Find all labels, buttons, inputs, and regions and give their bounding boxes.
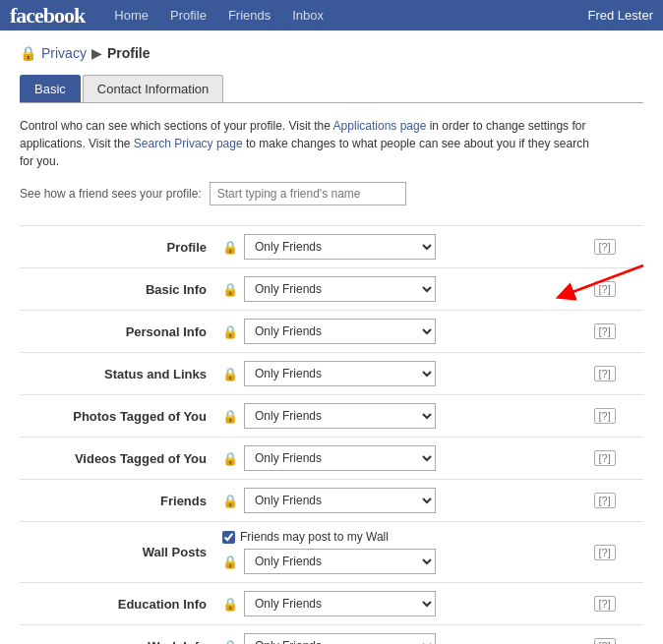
table-row: Work Info 🔒 Everyone Friends of Friends …	[20, 625, 643, 645]
table-row: Status and Links 🔒 Everyone Friends of F…	[20, 353, 643, 395]
table-row-wall-posts: Wall Posts Friends may post to my Wall 🔒…	[20, 522, 643, 583]
setting-label-status-links: Status and Links	[20, 353, 216, 395]
nav-inbox[interactable]: Inbox	[282, 3, 333, 28]
help-cell-wall-posts: [?]	[588, 522, 643, 583]
help-badge-personal-info[interactable]: [?]	[594, 323, 616, 339]
help-badge-friends[interactable]: [?]	[594, 493, 616, 508]
lock-icon-education-info: 🔒	[222, 597, 238, 612]
privacy-select-profile[interactable]: Everyone Friends of Friends Only Friends…	[244, 234, 436, 260]
help-badge-photos-tagged[interactable]: [?]	[594, 408, 616, 424]
privacy-select-photos-tagged[interactable]: Everyone Friends of Friends Only Friends…	[244, 403, 436, 429]
setting-label-personal-info: Personal Info	[20, 311, 216, 353]
tabs: Basic Contact Information	[20, 75, 643, 103]
help-cell-videos-tagged: [?]	[588, 438, 643, 480]
table-row: Personal Info 🔒 Everyone Friends of Frie…	[20, 311, 643, 353]
settings-table: Profile 🔒 Everyone Friends of Friends On…	[20, 225, 643, 644]
lock-icon-personal-info: 🔒	[222, 324, 238, 339]
lock-icon-basic-info: 🔒	[222, 282, 238, 297]
privacy-select-work-info[interactable]: Everyone Friends of Friends Only Friends…	[244, 633, 436, 644]
setting-control-basic-info: 🔒 Everyone Friends of Friends Only Frien…	[216, 268, 588, 310]
tabs-container: Basic Contact Information	[20, 75, 643, 103]
setting-label-wall-posts: Wall Posts	[20, 522, 216, 583]
search-privacy-link[interactable]: Search Privacy page	[134, 137, 243, 150]
help-badge-status-links[interactable]: [?]	[594, 366, 616, 381]
lock-icon-profile: 🔒	[222, 240, 238, 255]
friend-preview-label: See how a friend sees your profile:	[20, 187, 202, 201]
description-text: Control who can see which sections of yo…	[20, 117, 590, 170]
help-cell-work-info: [?]	[588, 625, 643, 645]
setting-control-personal-info: 🔒 Everyone Friends of Friends Only Frien…	[216, 311, 588, 352]
wall-posts-checkbox[interactable]	[222, 531, 235, 544]
privacy-link[interactable]: Privacy	[41, 45, 87, 61]
setting-label-education-info: Education Info	[20, 583, 216, 625]
help-cell-personal-info: [?]	[588, 311, 643, 353]
setting-control-photos-tagged: 🔒 Everyone Friends of Friends Only Frien…	[216, 395, 588, 437]
help-badge-education-info[interactable]: [?]	[594, 596, 616, 612]
table-row: Friends 🔒 Everyone Friends of Friends On…	[20, 480, 643, 522]
privacy-select-basic-info[interactable]: Everyone Friends of Friends Only Friends…	[244, 276, 436, 302]
privacy-select-education-info[interactable]: Everyone Friends of Friends Only Friends…	[244, 591, 436, 616]
nav-home[interactable]: Home	[104, 3, 158, 28]
setting-label-work-info: Work Info	[20, 625, 216, 645]
setting-control-status-links: 🔒 Everyone Friends of Friends Only Frien…	[216, 353, 588, 394]
help-badge-work-info[interactable]: [?]	[594, 638, 616, 644]
lock-icon-videos-tagged: 🔒	[222, 451, 238, 466]
lock-icon-wall-posts: 🔒	[222, 555, 238, 569]
privacy-select-videos-tagged[interactable]: Everyone Friends of Friends Only Friends…	[244, 445, 436, 471]
friend-preview-input[interactable]	[210, 182, 406, 205]
help-cell-profile: [?]	[588, 226, 643, 268]
privacy-select-friends[interactable]: Everyone Friends of Friends Only Friends…	[244, 488, 436, 513]
lock-icon: 🔒	[20, 45, 36, 61]
setting-label-friends: Friends	[20, 480, 216, 522]
top-nav: facebook Home Profile Friends Inbox Fred…	[0, 0, 663, 30]
nav-friends[interactable]: Friends	[218, 3, 280, 28]
nav-profile[interactable]: Profile	[160, 3, 216, 28]
setting-control-videos-tagged: 🔒 Everyone Friends of Friends Only Frien…	[216, 438, 588, 479]
help-badge-basic-info[interactable]: [?]	[594, 281, 616, 297]
friend-preview: See how a friend sees your profile:	[20, 182, 643, 205]
tab-basic[interactable]: Basic	[20, 75, 81, 102]
help-badge-videos-tagged[interactable]: [?]	[594, 450, 616, 466]
privacy-select-status-links[interactable]: Everyone Friends of Friends Only Friends…	[244, 361, 436, 386]
page-wrapper: facebook Home Profile Friends Inbox Fred…	[0, 0, 663, 644]
lock-icon-work-info: 🔒	[222, 639, 238, 645]
user-name[interactable]: Fred Lester	[588, 8, 653, 23]
lock-icon-status-links: 🔒	[222, 367, 238, 381]
help-cell-friends: [?]	[588, 480, 643, 522]
table-row: Photos Tagged of You 🔒 Everyone Friends …	[20, 395, 643, 438]
setting-control-profile: 🔒 Everyone Friends of Friends Only Frien…	[216, 226, 588, 267]
applications-page-link[interactable]: Applications page	[333, 119, 427, 133]
help-badge-profile[interactable]: [?]	[594, 239, 616, 255]
main-content: 🔒 Privacy ▶ Profile Basic Contact Inform…	[0, 30, 663, 644]
help-cell-education-info: [?]	[588, 583, 643, 625]
lock-icon-friends: 🔒	[222, 494, 238, 508]
breadcrumb-separator: ▶	[91, 45, 102, 61]
setting-label-basic-info: Basic Info	[20, 268, 216, 311]
setting-control-work-info: 🔒 Everyone Friends of Friends Only Frien…	[216, 625, 588, 644]
setting-control-wall-posts: Friends may post to my Wall 🔒 Everyone F…	[216, 522, 588, 583]
breadcrumb: 🔒 Privacy ▶ Profile	[20, 45, 643, 61]
setting-label-videos-tagged: Videos Tagged of You	[20, 438, 216, 480]
setting-label-photos-tagged: Photos Tagged of You	[20, 395, 216, 438]
setting-control-education-info: 🔒 Everyone Friends of Friends Only Frien…	[216, 583, 588, 624]
breadcrumb-current: Profile	[107, 45, 151, 61]
help-cell-basic-info: [?]	[588, 268, 643, 311]
help-cell-photos-tagged: [?]	[588, 395, 643, 438]
privacy-select-wall-posts[interactable]: Everyone Friends of Friends Only Friends…	[244, 549, 436, 574]
table-row: Basic Info 🔒 Everyone Friends of Friends…	[20, 268, 643, 311]
facebook-logo: facebook	[10, 3, 85, 29]
lock-icon-photos-tagged: 🔒	[222, 409, 238, 424]
table-row: Videos Tagged of You 🔒 Everyone Friends …	[20, 438, 643, 480]
setting-control-friends: 🔒 Everyone Friends of Friends Only Frien…	[216, 480, 588, 521]
table-row: Profile 🔒 Everyone Friends of Friends On…	[20, 226, 643, 268]
setting-label-profile: Profile	[20, 226, 216, 268]
help-badge-wall-posts[interactable]: [?]	[594, 545, 616, 560]
table-row: Education Info 🔒 Everyone Friends of Fri…	[20, 583, 643, 625]
tab-contact[interactable]: Contact Information	[83, 75, 223, 102]
help-cell-status-links: [?]	[588, 353, 643, 395]
privacy-select-personal-info[interactable]: Everyone Friends of Friends Only Friends…	[244, 319, 436, 344]
wall-posts-checkbox-label: Friends may post to my Wall	[240, 530, 389, 544]
nav-links: Home Profile Friends Inbox	[104, 3, 587, 28]
